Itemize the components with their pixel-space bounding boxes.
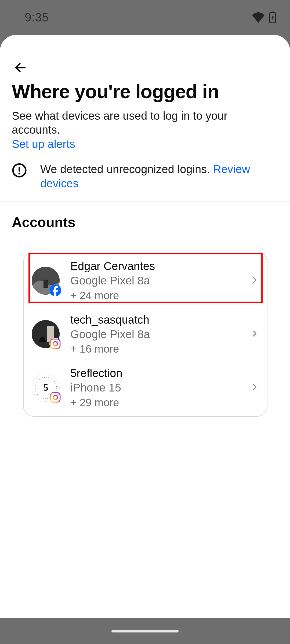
alert-icon-wrap	[12, 163, 27, 179]
phone-frame: 9:35 Where you're logged in See what dev…	[0, 0, 290, 644]
navigation-bar	[0, 618, 290, 644]
svg-rect-6	[44, 280, 48, 288]
account-row-tech-sasquatch[interactable]: tech_sasquatch Google Pixel 8a + 16 more	[24, 308, 267, 361]
chevron-right-icon	[250, 276, 259, 286]
account-device: Google Pixel 8a	[70, 274, 248, 287]
account-name: tech_sasquatch	[70, 313, 248, 326]
svg-point-11	[53, 342, 57, 346]
svg-point-4	[19, 173, 20, 174]
wifi-icon	[252, 12, 265, 23]
arrow-left-icon	[14, 61, 27, 74]
unrecognized-login-alert: We detected unrecognized logins. Review …	[0, 152, 290, 202]
svg-point-17	[57, 394, 58, 395]
home-indicator[interactable]	[111, 630, 179, 632]
exclamation-circle-icon	[12, 163, 27, 178]
svg-point-12	[57, 341, 58, 342]
status-time: 9:35	[25, 11, 49, 24]
status-bar: 9:35	[0, 0, 290, 35]
account-device: Google Pixel 8a	[70, 328, 248, 341]
svg-rect-3	[19, 167, 20, 172]
back-button[interactable]	[12, 59, 29, 76]
svg-rect-1	[271, 12, 274, 13]
svg-point-16	[53, 395, 57, 399]
header-block: Where you're logged in See what devices …	[12, 82, 278, 151]
set-up-alerts-link[interactable]: Set up alerts	[12, 138, 75, 150]
status-icons	[252, 12, 277, 23]
account-row-edgar-cervantes[interactable]: Edgar Cervantes Google Pixel 8a + 24 mor…	[24, 254, 267, 308]
account-more-count: + 29 more	[70, 397, 248, 409]
bottom-sheet: Where you're logged in See what devices …	[0, 35, 290, 618]
svg-rect-15	[50, 393, 60, 402]
instagram-badge-icon	[49, 391, 61, 403]
account-name: Edgar Cervantes	[70, 260, 248, 273]
page-title: Where you're logged in	[12, 82, 278, 102]
svg-text:5: 5	[44, 382, 48, 393]
chevron-right-icon	[250, 329, 259, 339]
avatar-wrap	[32, 267, 60, 295]
account-more-count: + 24 more	[70, 290, 248, 302]
instagram-badge-icon	[49, 338, 61, 350]
account-name: 5reflection	[70, 367, 248, 380]
battery-icon	[269, 12, 277, 23]
avatar-wrap: 5	[32, 374, 60, 402]
alert-message: We detected unrecognized logins.	[40, 163, 213, 175]
avatar-wrap	[32, 320, 60, 348]
account-more-count: + 16 more	[70, 343, 248, 355]
subtitle-text: See what devices are used to log in to y…	[12, 109, 227, 136]
accounts-card: Edgar Cervantes Google Pixel 8a + 24 mor…	[23, 252, 267, 417]
account-info: Edgar Cervantes Google Pixel 8a + 24 mor…	[70, 260, 248, 302]
accounts-heading: Accounts	[12, 214, 75, 230]
account-info: tech_sasquatch Google Pixel 8a + 16 more	[70, 313, 248, 355]
facebook-badge-icon	[49, 284, 61, 296]
chevron-right-icon	[250, 383, 259, 393]
account-info: 5reflection iPhone 15 + 29 more	[70, 367, 248, 409]
svg-rect-10	[50, 339, 60, 349]
alert-text: We detected unrecognized logins. Review …	[40, 162, 278, 191]
account-device: iPhone 15	[70, 381, 248, 394]
account-row-5reflection[interactable]: 5 5reflection iPhone 15 + 29 more	[24, 361, 267, 415]
header-subtitle: See what devices are used to log in to y…	[12, 109, 278, 151]
